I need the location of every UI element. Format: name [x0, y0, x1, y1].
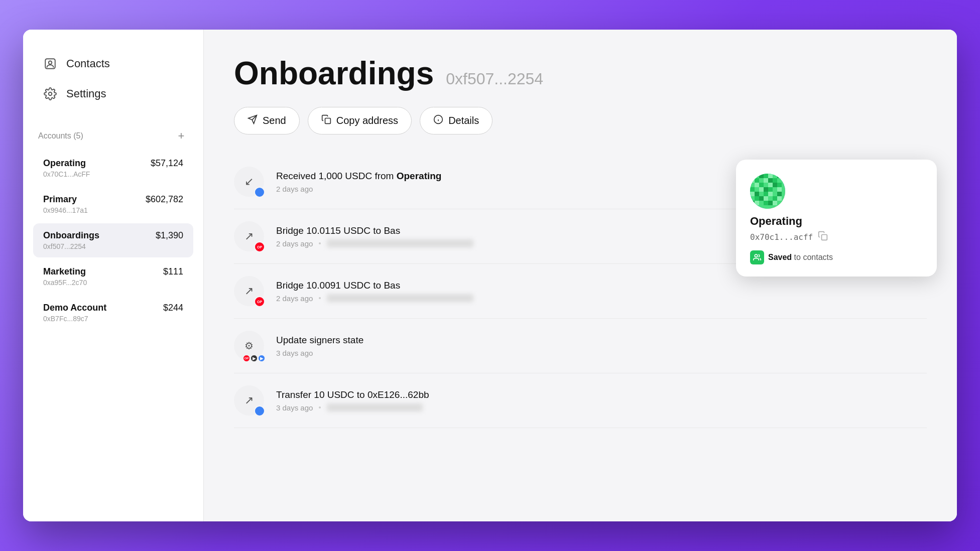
svg-rect-12: [759, 174, 764, 178]
accounts-title: Accounts (5): [38, 131, 83, 141]
transaction-item-received[interactable]: ↙ Received 1,000 USDC from Operating 2 d…: [234, 155, 927, 209]
account-item-primary[interactable]: Primary $602,782 0x9946...17a1: [33, 187, 193, 221]
svg-rect-35: [768, 187, 773, 192]
account-balance-primary: $602,782: [146, 194, 183, 205]
sidebar-item-contacts[interactable]: Contacts: [33, 50, 193, 78]
tx-badge-op1: OP: [254, 241, 265, 252]
svg-rect-40: [759, 192, 764, 196]
svg-rect-48: [764, 196, 768, 201]
account-name-marketing: Marketing: [43, 266, 86, 277]
account-address-onboardings: 0xf507...2254: [43, 242, 183, 250]
svg-rect-38: [750, 192, 755, 196]
svg-rect-31: [750, 187, 755, 192]
page-title: Onboardings: [234, 55, 434, 92]
svg-rect-26: [759, 183, 764, 187]
tx-hash-transfer: ████ █████████ ██: [327, 403, 423, 411]
info-icon: [433, 114, 443, 127]
svg-rect-53: [755, 201, 759, 205]
svg-rect-46: [755, 196, 759, 201]
tx-badge-blue: [254, 187, 265, 198]
svg-rect-47: [759, 196, 764, 201]
send-label: Send: [263, 115, 286, 126]
svg-rect-56: [768, 201, 773, 205]
svg-rect-50: [773, 196, 777, 201]
account-item-onboardings[interactable]: Onboardings $1,390 0xf507...2254: [33, 223, 193, 257]
tx-time-received: 2 days ago: [276, 185, 313, 193]
account-address-demo: 0xB7Fc...89c7: [43, 315, 183, 323]
contact-popup-address: 0x70c1...acff: [750, 232, 813, 242]
svg-rect-41: [764, 192, 768, 196]
transaction-list: ↙ Received 1,000 USDC from Operating 2 d…: [234, 155, 927, 428]
tx-badge-blue2: [254, 405, 265, 417]
tx-time-bridge2: 2 days ago: [276, 294, 313, 303]
accounts-header: Accounts (5) +: [33, 125, 193, 147]
popup-copy-icon[interactable]: [818, 231, 828, 243]
sidebar-item-settings[interactable]: Settings: [33, 80, 193, 108]
tx-icon-bridge1: ↗ OP: [234, 221, 264, 251]
svg-rect-55: [764, 201, 768, 205]
svg-rect-13: [764, 174, 768, 178]
account-balance-operating: $57,124: [151, 158, 183, 169]
svg-rect-30: [777, 183, 782, 187]
tx-dot1: [319, 242, 321, 244]
tx-dot3: [319, 406, 321, 408]
svg-rect-52: [750, 201, 755, 205]
tx-time-bridge1: 2 days ago: [276, 239, 313, 248]
account-balance-onboardings: $1,390: [156, 230, 183, 241]
svg-rect-10: [750, 174, 755, 178]
send-button[interactable]: Send: [234, 107, 300, 134]
contacts-icon: [43, 57, 57, 71]
contact-popup-saved: Saved to contacts: [750, 250, 923, 264]
page-address: 0xf507...2254: [446, 70, 543, 88]
account-name-operating: Operating: [43, 158, 86, 169]
details-button[interactable]: Details: [420, 107, 493, 134]
tx-badge-b: ▶: [258, 355, 265, 362]
tx-title-bridge2: Bridge 10.0091 USDC to Bas: [276, 280, 927, 291]
tx-hash-bridge1: ████ █████████ ████████ ██: [327, 239, 473, 247]
svg-rect-36: [773, 187, 777, 192]
account-address-primary: 0x9946...17a1: [43, 206, 183, 214]
tx-info-bridge2: Bridge 10.0091 USDC to Bas 2 days ago ██…: [276, 280, 927, 303]
tx-badge-op2: OP: [254, 296, 265, 307]
svg-rect-11: [755, 174, 759, 178]
copy-icon: [321, 114, 331, 127]
svg-rect-18: [755, 178, 759, 183]
contact-avatar: [750, 174, 785, 209]
account-item-operating[interactable]: Operating $57,124 0x70C1...AcFF: [33, 151, 193, 185]
tx-time-signers: 3 days ago: [276, 349, 313, 357]
svg-rect-14: [768, 174, 773, 178]
tx-icon-bridge2: ↗ OP: [234, 276, 264, 306]
svg-rect-20: [764, 178, 768, 183]
svg-rect-29: [773, 183, 777, 187]
svg-rect-25: [755, 183, 759, 187]
sidebar-nav: Contacts Settings: [23, 50, 203, 110]
tx-icon-transfer: ↗: [234, 385, 264, 416]
svg-rect-42: [768, 192, 773, 196]
transaction-item-signers[interactable]: ⚙ OP ▶ ▶ Update signers state 3 days ago: [234, 319, 927, 373]
svg-rect-49: [768, 196, 773, 201]
svg-rect-15: [773, 174, 777, 178]
svg-rect-59: [822, 235, 827, 240]
account-name-demo: Demo Account: [43, 303, 106, 313]
tx-badge-eth: ▶: [251, 355, 258, 362]
saved-suffix: to contacts: [794, 253, 833, 261]
svg-rect-45: [750, 196, 755, 201]
sidebar: Contacts Settings Accounts (5) + Op: [23, 30, 204, 521]
account-balance-marketing: $111: [163, 266, 183, 277]
add-account-button[interactable]: +: [174, 129, 188, 143]
svg-rect-23: [777, 178, 782, 183]
svg-rect-37: [777, 187, 782, 192]
svg-rect-58: [777, 201, 782, 205]
svg-rect-32: [755, 187, 759, 192]
svg-rect-19: [759, 178, 764, 183]
tx-meta-bridge2: 2 days ago ████ █████████ ████████ ██: [276, 294, 927, 303]
svg-rect-43: [773, 192, 777, 196]
svg-point-60: [755, 254, 757, 257]
saved-contacts-icon: [750, 250, 764, 264]
copy-address-button[interactable]: Copy address: [308, 107, 412, 134]
svg-rect-57: [773, 201, 777, 205]
account-item-marketing[interactable]: Marketing $111 0xa95F...2c70: [33, 259, 193, 294]
transaction-item-transfer[interactable]: ↗ Transfer 10 USDC to 0xE126...62bb 3 da…: [234, 373, 927, 428]
account-name-primary: Primary: [43, 194, 77, 205]
account-item-demo[interactable]: Demo Account $244 0xB7Fc...89c7: [33, 296, 193, 330]
